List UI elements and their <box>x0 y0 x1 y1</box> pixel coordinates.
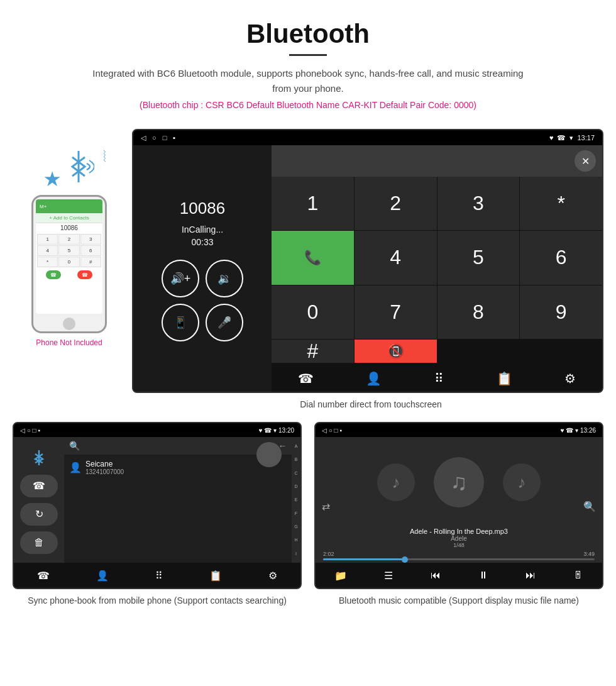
nav-recent-icon: □ <box>163 134 167 142</box>
pb-bottom-contacts-icon[interactable]: 👤 <box>96 570 109 582</box>
dial-end-button[interactable]: 📵 <box>355 340 437 363</box>
music-item: ◁ ○ □ ▪ ♥ ☎ ▾ 13:26 ♪ ♫ ♪ ⇄ 🔍 Adele - Ro… <box>314 422 603 607</box>
phone-keypad: 1 2 3 4 5 6 * 0 # <box>36 233 102 268</box>
music-bottom-play-icon[interactable]: ⏸ <box>478 570 488 581</box>
mute-button[interactable]: 🎤 <box>206 304 243 341</box>
pb-gray-circle <box>256 442 282 467</box>
transfer-button[interactable]: 📱 <box>162 304 199 341</box>
pb-delete-button[interactable]: 🗑 <box>20 531 58 554</box>
music-note-center: ♫ <box>434 457 484 507</box>
bottom-screenshots: ◁ ○ □ ▪ ♥ ☎ ▾ 13:20 ☎ ↻ 🗑 <box>0 422 616 607</box>
pb-time: ♥ ☎ ▾ 13:20 <box>259 427 294 434</box>
dial-bottom-phone-icon[interactable]: ☎ <box>298 371 314 386</box>
specs-text: (Bluetooth chip : CSR BC6 Default Blueto… <box>13 100 603 110</box>
pb-nav-icons: ◁ ○ □ ▪ <box>20 427 40 434</box>
dial-key-4[interactable]: 4 <box>355 231 437 284</box>
music-progress-thumb <box>402 556 408 563</box>
dial-key-3[interactable]: 3 <box>437 177 520 230</box>
dial-bottom-keypad-icon[interactable]: ⠿ <box>434 371 444 386</box>
dial-key-2[interactable]: 2 <box>355 177 437 230</box>
nav-home-icon: ○ <box>152 134 157 142</box>
phone-end-button[interactable]: ☎ <box>77 270 92 279</box>
phone-key-3[interactable]: 3 <box>80 234 101 245</box>
dial-key-hash[interactable]: # <box>272 340 354 363</box>
pb-bottom-apps-icon[interactable]: ⠿ <box>155 570 163 582</box>
dial-key-6[interactable]: 6 <box>520 231 602 284</box>
pb-alpha-a: A <box>295 444 298 448</box>
pb-alpha-i: I <box>295 551 297 556</box>
android-dial-screen: ◁ ○ □ ▪ ♥ ☎ ▾ 13:17 10086 InCalling... 0… <box>132 129 603 393</box>
phone-key-1[interactable]: 1 <box>37 234 58 245</box>
dial-key-8[interactable]: 8 <box>437 285 520 339</box>
pb-alpha-e: E <box>295 497 298 502</box>
dial-call-button[interactable]: 📞 <box>272 231 354 284</box>
phone-key-hash[interactable]: # <box>80 257 101 267</box>
dial-key-5[interactable]: 5 <box>437 231 520 284</box>
phone-home-button[interactable] <box>63 318 75 330</box>
dial-bottom-contacts-icon[interactable]: 👤 <box>366 371 382 386</box>
pb-bluetooth-button[interactable] <box>20 446 58 469</box>
pb-alpha-d: D <box>294 484 297 489</box>
music-album-area: ♪ ♫ ♪ <box>316 437 602 528</box>
pb-refresh-button[interactable]: ↻ <box>20 503 58 526</box>
music-progress-bar: 2:02 3:49 <box>316 551 602 563</box>
dial-keypad-panel: ✕ 1 2 3 * 📞 4 5 6 0 7 8 9 # 📵 <box>272 145 602 393</box>
dial-bottom-settings-icon[interactable]: ⚙ <box>564 371 576 386</box>
pb-contact-name: Seicane <box>85 460 124 468</box>
music-search-icon[interactable]: 🔍 <box>583 501 596 512</box>
dial-call-timer: 00:33 <box>191 237 213 247</box>
music-bottom-prev-icon[interactable]: ⏮ <box>431 570 441 581</box>
dial-key-1[interactable]: 1 <box>272 177 354 230</box>
music-content: ♪ ♫ ♪ ⇄ 🔍 Adele - Rolling In the Deep.mp… <box>316 437 602 563</box>
pb-alpha-h: H <box>294 538 297 542</box>
phone-section: ★ ⦚ M+ + Add to Contacts 10086 1 <box>13 129 126 347</box>
phone-key-6[interactable]: 6 <box>80 245 101 256</box>
dial-key-9[interactable]: 9 <box>520 285 602 339</box>
bluetooth-signal: ★ ⦚ <box>44 148 94 190</box>
pb-bottom-settings-icon[interactable]: ⚙ <box>268 570 277 582</box>
page-title: Bluetooth <box>13 19 603 49</box>
dial-calling-status: InCalling... <box>182 224 223 235</box>
pb-search-icon: 🔍 <box>69 441 80 451</box>
music-progress-fill <box>323 558 405 560</box>
pb-bottom-phone-icon[interactable]: ☎ <box>37 570 50 582</box>
music-note-left: ♪ <box>377 463 415 501</box>
music-caption: Bluetooth music compatible (Support disp… <box>339 594 579 607</box>
dial-delete-button[interactable]: ✕ <box>575 150 596 172</box>
music-progress-track[interactable] <box>323 558 595 560</box>
nav-back-icon: ◁ <box>141 134 146 142</box>
music-time-current: 2:02 <box>323 551 334 557</box>
music-bottom-list-icon[interactable]: ☰ <box>384 570 393 582</box>
dial-bottom-bar: ☎ 👤 ⠿ 📋 ⚙ <box>272 363 602 393</box>
dial-bottom-transfer-icon[interactable]: 📋 <box>497 371 512 386</box>
pb-status-bar: ◁ ○ □ ▪ ♥ ☎ ▾ 13:20 <box>14 423 300 437</box>
phone-call-button[interactable]: ☎ <box>46 270 61 279</box>
dial-caption: Dial number direct from touchscreen <box>126 399 616 409</box>
phone-key-4[interactable]: 4 <box>37 245 58 256</box>
pb-search-row: 🔍 ← * <box>64 437 300 455</box>
music-song-artist: Adele <box>316 535 602 542</box>
music-bottom-folder-icon[interactable]: 📁 <box>334 570 347 582</box>
music-note-right: ♪ <box>503 463 541 501</box>
volume-up-button[interactable]: 🔊+ <box>162 260 199 297</box>
pb-bottom-transfer-icon[interactable]: 📋 <box>209 570 222 582</box>
phone-carrier: M+ <box>40 204 47 209</box>
volume-down-button[interactable]: 🔉 <box>206 260 243 297</box>
phone-key-star[interactable]: * <box>37 257 58 267</box>
phone-key-2[interactable]: 2 <box>58 234 79 245</box>
dial-keypad: 1 2 3 * 📞 4 5 6 0 7 8 9 # 📵 <box>272 177 602 363</box>
pb-alpha-b: B <box>295 457 298 462</box>
pb-phone-button[interactable]: ☎ <box>20 475 58 497</box>
phone-key-5[interactable]: 5 <box>58 245 79 256</box>
music-bottom-eq-icon[interactable]: 🎚 <box>573 570 583 581</box>
location-icon: ♥ <box>549 134 554 141</box>
music-shuffle-icon[interactable]: ⇄ <box>322 501 330 512</box>
dial-time: 13:17 <box>577 134 595 141</box>
phonebook-item: ◁ ○ □ ▪ ♥ ☎ ▾ 13:20 ☎ ↻ 🗑 <box>13 422 302 607</box>
music-bottom-next-icon[interactable]: ⏭ <box>525 570 536 581</box>
phone-key-0[interactable]: 0 <box>58 257 79 267</box>
call-icon: ☎ <box>557 134 566 142</box>
dial-key-0[interactable]: 0 <box>272 285 354 339</box>
dial-key-7[interactable]: 7 <box>355 285 437 339</box>
dial-key-star[interactable]: * <box>520 177 602 230</box>
